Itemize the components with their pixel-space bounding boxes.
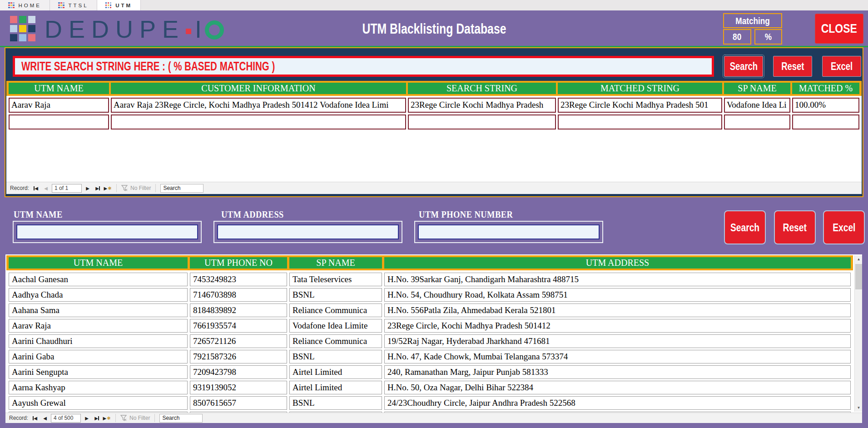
vertical-scrollbar[interactable]: ▲ ▼ [854, 255, 862, 412]
previous-record-icon[interactable]: ◀ [41, 414, 49, 422]
table-row[interactable]: Aarini Sengupta 7209423798 Airtel Limite… [6, 365, 853, 379]
search-string-input[interactable]: WRITE SEARCH STRING HERE : ( % BASED MAT… [13, 56, 714, 77]
tab-ttsl[interactable]: TTSL [50, 0, 97, 10]
sp-name-cell[interactable]: BSNL [289, 396, 382, 410]
search-button[interactable]: Search [724, 210, 766, 244]
table-row[interactable]: Aadhya Chada 7146703898 BSNL H.No. 54, C… [6, 288, 853, 302]
close-button[interactable]: CLOSE [815, 14, 863, 44]
record-position-field[interactable]: 1 of 1 [52, 184, 82, 193]
utm-name-cell[interactable] [9, 114, 109, 129]
search-string-cell[interactable] [408, 114, 556, 129]
table-row[interactable]: Aayush Grewal 8507615657 BSNL 24/23Choud… [6, 396, 853, 410]
utm-phone-cell[interactable]: 7453249823 [190, 273, 287, 286]
record-search-input[interactable]: Search [160, 184, 203, 193]
utm-name-cell[interactable]: Aarna Kashyap [9, 381, 188, 394]
utm-name-cell[interactable]: Aarini Sengupta [9, 365, 188, 379]
table-row[interactable]: Aarini Chaudhuri 7265721126 Reliance Com… [6, 334, 853, 348]
search-string-cell[interactable]: 23Rege Circle Kochi Madhya Pradesh [408, 98, 556, 113]
utm-name-cell[interactable]: Aayush Grewal [9, 396, 188, 410]
excel-button[interactable]: Excel [823, 210, 865, 244]
first-record-icon[interactable]: ◀ [31, 414, 39, 422]
table-row[interactable]: Aarav Raja 7661935574 Vodafone Idea Limi… [6, 319, 853, 333]
utm-phone-cell[interactable]: 8184839892 [190, 304, 287, 317]
utm-name-input[interactable] [16, 224, 198, 239]
utm-address-cell[interactable]: H.No. 50, Oza Nagar, Delhi Bihar 522384 [384, 381, 851, 394]
tab-ttsl-label: TTSL [69, 3, 89, 8]
sp-name-cell[interactable]: Reliance Communica [289, 304, 382, 317]
matched-string-cell[interactable] [558, 114, 722, 129]
table-row[interactable]: Aahana Sama 8184839892 Reliance Communic… [6, 304, 853, 317]
search-button[interactable]: Search [724, 56, 763, 77]
table-row[interactable]: Aarini Gaba 7921587326 BSNL H.No. 47, Ka… [6, 350, 853, 363]
utm-name-cell[interactable]: Aadhya Chada [9, 288, 188, 302]
excel-button[interactable]: Excel [822, 56, 861, 77]
utm-phone-input[interactable] [418, 224, 600, 239]
previous-record-icon[interactable]: ◀ [42, 184, 50, 192]
utm-name-cell[interactable]: Aarini Gaba [9, 350, 188, 363]
matched-percent-cell[interactable] [792, 114, 859, 129]
last-record-icon[interactable]: ▶ [93, 414, 101, 422]
utm-phone-cell[interactable]: 7209423798 [190, 365, 287, 379]
utm-phone-cell[interactable]: 8507615657 [190, 396, 287, 410]
reset-button[interactable]: Reset [774, 210, 816, 244]
column-header: UTM NAME [9, 83, 109, 94]
utm-address-cell[interactable]: H.No. 556Patla Zila, Ahmedabad Kerala 52… [384, 304, 851, 317]
customer-information-cell[interactable] [111, 114, 406, 129]
utm-address-cell[interactable]: 24/23Choudhry Circle, Jaipur Andhra Prad… [384, 396, 851, 410]
sp-name-cell[interactable]: Vodafone Idea Li [724, 98, 790, 113]
matched-string-cell[interactable]: 23Rege Circle Kochi Madhya Pradesh 501 [558, 98, 722, 113]
table-row[interactable]: Aarav Raja Aarav Raja 23Rege Circle, Koc… [6, 98, 862, 113]
table-row[interactable]: Aachal Ganesan 7453249823 Tata Teleservi… [6, 273, 853, 286]
no-filter-button[interactable]: No Filter [120, 415, 150, 421]
utm-name-cell[interactable]: Aachal Ganesan [9, 273, 188, 286]
utm-address-cell[interactable]: 23Rege Circle, Kochi Madhya Pradesh 5014… [384, 319, 851, 333]
sp-name-cell[interactable] [724, 114, 790, 129]
matching-value-field[interactable]: 80 [723, 29, 751, 45]
sp-name-cell[interactable]: Reliance Communica [289, 334, 382, 348]
scrollbar-thumb[interactable] [855, 264, 862, 289]
utm-phone-cell[interactable]: 7661935574 [190, 319, 287, 333]
last-record-icon[interactable]: ▶ [94, 184, 102, 192]
utm-name-cell[interactable]: Aarav Raja [9, 98, 109, 113]
first-record-icon[interactable]: ◀ [32, 184, 40, 192]
grid-icon [8, 2, 15, 9]
utm-name-cell[interactable]: Aarini Chaudhuri [9, 334, 188, 348]
scroll-down-icon[interactable]: ▼ [855, 404, 863, 412]
reset-button[interactable]: Reset [773, 56, 812, 77]
utm-phone-cell[interactable]: 7146703898 [190, 288, 287, 302]
utm-phone-cell[interactable]: 7921587326 [190, 350, 287, 363]
utm-address-cell[interactable]: 240, Ramanathan Marg, Jaipur Punjab 5813… [384, 365, 851, 379]
table-row[interactable] [6, 114, 862, 129]
utm-name-cell[interactable]: Aarav Raja [9, 319, 188, 333]
new-record-icon[interactable]: ▶✱ [103, 414, 111, 422]
utm-address-input[interactable] [217, 224, 399, 239]
sp-name-cell[interactable]: Airtel Limited [289, 381, 382, 394]
sp-name-cell[interactable]: BSNL [289, 350, 382, 363]
sp-name-cell[interactable]: Vodafone Idea Limite [289, 319, 382, 333]
sp-name-cell[interactable]: BSNL [289, 288, 382, 302]
scroll-up-icon[interactable]: ▲ [855, 255, 863, 263]
next-record-icon[interactable]: ▶ [84, 184, 92, 192]
utm-address-cell[interactable]: H.No. 39Sarkar Ganj, Chandigarh Maharash… [384, 273, 851, 286]
utm-phone-cell[interactable]: 7265721126 [190, 334, 287, 348]
utm-address-cell[interactable]: 19/52Raj Nagar, Hyderabad Jharkhand 4716… [384, 334, 851, 348]
utm-name-cell[interactable]: Aahana Sama [9, 304, 188, 317]
utm-address-cell[interactable]: H.No. 47, Kade Chowk, Mumbai Telangana 5… [384, 350, 851, 363]
customer-information-cell[interactable]: Aarav Raja 23Rege Circle, Kochi Madhya P… [111, 98, 406, 113]
utm-phone-cell[interactable]: 9319139052 [190, 381, 287, 394]
logo-letter-i: I [195, 15, 202, 43]
no-filter-button[interactable]: No Filter [121, 185, 151, 191]
record-search-input[interactable]: Search [159, 414, 203, 423]
tab-home[interactable]: HOME [0, 0, 50, 10]
tab-utm[interactable]: UTM [97, 0, 141, 10]
logo-dot-icon [186, 29, 191, 34]
table-row[interactable]: Aarna Kashyap 9319139052 Airtel Limited … [6, 381, 853, 394]
new-record-icon[interactable]: ▶✱ [104, 184, 112, 192]
matched-percent-cell[interactable]: 100.00% [792, 98, 859, 113]
sp-name-cell[interactable]: Tata Teleservices [289, 273, 382, 286]
sp-name-cell[interactable]: Airtel Limited [289, 365, 382, 379]
grid-icon [58, 2, 64, 9]
next-record-icon[interactable]: ▶ [83, 414, 91, 422]
utm-address-cell[interactable]: H.No. 54, Choudhury Road, Kolkata Assam … [384, 288, 851, 302]
record-position-field[interactable]: 4 of 500 [51, 414, 81, 423]
